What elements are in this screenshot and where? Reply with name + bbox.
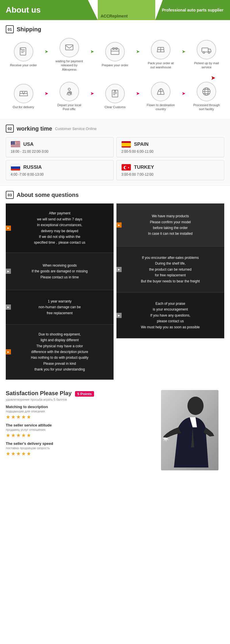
working-time-section: 02 working time Customer Service Online — [0, 119, 230, 186]
q-arrow-left-2: ► — [6, 269, 11, 274]
svg-rect-12 — [202, 48, 208, 52]
q-arrow-right-1: ► — [116, 222, 122, 228]
q-arrow-right-3: ► — [116, 313, 122, 318]
q-text-left-4: Due to shooting equipment,light and disp… — [31, 331, 88, 373]
flag-russia — [11, 164, 20, 171]
questions-num: 03 — [6, 191, 14, 199]
step-8-label: Clear Customs — [105, 105, 126, 109]
time-card-usa: ★★★★★★ ★★★★★ ★★★★★★ ★★★★★ USA 18:00 - 21… — [6, 137, 114, 157]
steps-row-2: Processed through sort facility ➤ Flown … — [6, 82, 224, 111]
step-10-icon — [197, 82, 216, 101]
svg-rect-37 — [11, 147, 20, 147]
step-3-label: Prepare your order — [102, 63, 128, 67]
about-title: About us — [6, 5, 41, 15]
flag-turkey — [121, 164, 131, 171]
svg-point-26 — [114, 90, 116, 92]
arrow-3: ➤ — [136, 49, 140, 54]
q-text-left-3: 1 year warrantynon-human damage can befr… — [39, 298, 81, 316]
step-1: Receive your order — [9, 42, 38, 67]
q-text-right-3: Each of your praiseis your encouragement… — [141, 301, 200, 330]
spain-header: SPAIN — [121, 141, 219, 148]
q-text-right-2: If you encounter after-sales problemsDur… — [141, 255, 200, 284]
q-arrow-left-3: ► — [6, 304, 11, 310]
sat-item-2-stars: ★★★★★ — [6, 432, 155, 439]
q-card-right-3: ► Each of your praiseis your encourageme… — [116, 292, 224, 338]
spain-hours: 2:00-5:00 6:00-11:00 — [121, 150, 219, 154]
header-about: About us — [0, 0, 98, 20]
usa-header: ★★★★★★ ★★★★★ ★★★★★★ ★★★★★ USA — [11, 141, 109, 148]
working-time-title: working time — [17, 125, 52, 132]
step-6-icon — [14, 84, 33, 103]
step-4: Pack your order at out warehouse — [146, 40, 175, 69]
step-10-label: Processed through sort facility — [192, 103, 221, 111]
q-card-left-3: ► 1 year warrantynon-human damage can be… — [6, 290, 114, 325]
svg-rect-6 — [111, 49, 119, 55]
sat-item-2: The seller service attitude продавец усл… — [6, 423, 155, 439]
step-5: Picked up by mail service — [192, 40, 221, 69]
turkey-country: TURKEY — [134, 164, 154, 170]
step-4-icon — [151, 40, 170, 59]
step-10: Processed through sort facility — [192, 82, 221, 111]
step-6: Out for delivery — [9, 84, 38, 109]
svg-point-13 — [203, 52, 205, 53]
satisfaction-badge: 5 Points — [75, 391, 94, 397]
time-grid: ★★★★★★ ★★★★★ ★★★★★★ ★★★★★ USA 18:00 - 21… — [6, 137, 224, 180]
satisfaction-sub: удовлетворение просьба играть 5 баллов — [6, 398, 155, 401]
turkey-hours: 3:00-6:00 7:00-12:00 — [121, 172, 219, 176]
satisfaction-title: Satisfaction Please Play — [6, 390, 72, 396]
questions-section: 03 About some questions ► After paymentw… — [0, 186, 230, 385]
sat-item-1: Matching to description подщающие для оп… — [6, 405, 155, 420]
sat-item-2-title: The seller service attitude — [6, 423, 155, 427]
time-card-spain: SPAIN 2:00-5:00 6:00-11:00 — [116, 137, 224, 157]
questions-left: ► After paymentwe will send out within 7… — [6, 203, 114, 379]
sat-item-3-sub: поставка продавцом скорость — [6, 446, 155, 450]
sat-item-3-stars: ★★★★★ — [6, 451, 155, 457]
step-1-label: Receive your order — [10, 63, 37, 67]
step-7-label: Depart your local Post offic — [55, 103, 84, 111]
working-time-sub: Customer Service Online — [55, 127, 97, 131]
usa-country: USA — [23, 141, 34, 147]
time-card-russia: RUSSIA 4:00 -7:00 8:00-13:00 — [6, 160, 114, 180]
spain-country: SPAIN — [134, 141, 149, 147]
flag-spain — [121, 141, 131, 148]
svg-rect-49 — [11, 169, 20, 171]
step-7: Depart your local Post offic — [55, 82, 84, 111]
q-card-right-1: ► We have many productsPlease confirm yo… — [116, 203, 224, 247]
satisfaction-title-row: Satisfaction Please Play 5 Points — [6, 390, 155, 397]
satisfaction-section: Satisfaction Please Play 5 Points удовле… — [0, 385, 230, 476]
q-card-left-1: ► After paymentwe will send out within 7… — [6, 203, 114, 253]
header-tagline: Professional auto parts supplier — [155, 0, 230, 20]
header-brand: ACCReplment — [98, 0, 155, 20]
svg-rect-46 — [122, 146, 131, 148]
step-8: Clear Customs — [101, 84, 129, 109]
q-card-right-2: ► If you encounter after-sales problemsD… — [116, 247, 224, 292]
turkey-header: TURKEY — [121, 164, 219, 171]
step-2-icon — [60, 38, 79, 57]
brand-label: ACCReplment — [101, 14, 128, 18]
questions-title: About some questions — [17, 192, 79, 198]
arrow-8: ➤ — [136, 91, 140, 96]
step-8-icon — [105, 84, 125, 103]
svg-rect-48 — [11, 166, 20, 169]
q-text-left-2: When receiving goodsIf the goods are dam… — [32, 263, 88, 280]
step-3: Prepare your order — [101, 42, 129, 67]
header: About us ACCReplment Professional auto p… — [0, 0, 230, 20]
svg-rect-47 — [11, 164, 20, 166]
arrow-6: ➤ — [45, 91, 48, 96]
arrow-down: ➤ — [6, 74, 224, 81]
q-card-left-2: ► When receiving goodsIf the goods are d… — [6, 253, 114, 290]
arrow-4: ➤ — [182, 49, 185, 54]
questions-title-row: 03 About some questions — [6, 191, 224, 199]
russia-hours: 4:00 -7:00 8:00-13:00 — [11, 172, 109, 176]
svg-point-52 — [125, 166, 128, 169]
arrow-1: ➤ — [45, 49, 48, 54]
step-9-icon — [151, 82, 170, 101]
tagline-text: Professional auto parts supplier — [162, 8, 223, 12]
svg-point-56 — [187, 397, 204, 415]
working-time-num: 02 — [6, 125, 14, 133]
russia-country: RUSSIA — [23, 164, 42, 170]
step-9: Flown to destination country — [146, 82, 175, 111]
flag-usa: ★★★★★★ ★★★★★ ★★★★★★ ★★★★★ — [11, 141, 20, 148]
shipping-section: 01 Shipping Receive your order ➤ — [0, 20, 230, 119]
svg-text:★★★★★: ★★★★★ — [12, 144, 16, 145]
